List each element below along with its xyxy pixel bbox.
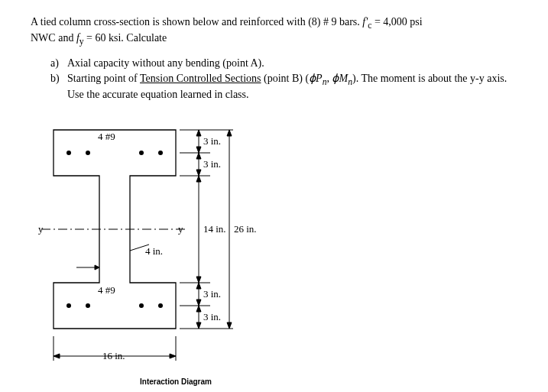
top-rebar-label: 4 #9 [98,131,115,142]
svg-marker-15 [170,354,176,358]
svg-point-2 [139,151,144,155]
dim-3in-3: 3 in. [203,288,221,300]
part-b-text: Starting point of Tension Controlled Sec… [67,72,517,102]
dim-26in: 26 in. [234,223,257,235]
part-b: b) Starting point of Tension Controlled … [50,72,517,102]
web-arrow [76,265,99,270]
svg-point-6 [139,303,144,308]
diagram-svg: 4 #9 4 #9 y y 4 in. 16 in. 3 in. 3 in. 1… [38,115,268,374]
svg-point-7 [158,303,163,308]
svg-marker-29 [196,283,201,289]
y-axis-label-right: y [178,223,183,235]
svg-marker-14 [54,354,60,358]
cross-section-diagram: 4 #9 4 #9 y y 4 in. 16 in. 3 in. 3 in. 1… [38,115,268,390]
svg-point-3 [158,151,163,155]
sub-questions: a) Axial capacity without any bending (p… [50,57,517,102]
svg-marker-34 [227,130,232,136]
dim-3in-4: 3 in. [203,311,221,322]
svg-point-1 [86,151,90,155]
svg-point-0 [66,151,71,155]
svg-marker-25 [196,153,201,159]
problem-line2: NWC and [31,32,76,44]
svg-marker-35 [227,322,232,329]
part-b-marker: b) [50,72,67,102]
dim-3in-1: 3 in. [203,135,221,147]
part-a-marker: a) [50,57,67,71]
problem-line1: A tied column cross-section is shown bel… [31,16,362,28]
problem-statement: A tied column cross-section is shown bel… [31,15,517,47]
tension-controlled-link: Tension Controlled Sections [140,73,261,84]
fc-eq: = 4,000 psi [371,16,422,28]
svg-point-4 [66,303,71,308]
web-width-label: 4 in. [145,245,163,257]
y-axis-label-left: y [38,223,44,235]
total-width-label: 16 in. [102,350,125,361]
bottom-rebar-label: 4 #9 [98,284,115,296]
svg-point-5 [86,303,90,308]
bottom-rebar-dots [66,303,163,308]
svg-marker-10 [95,265,99,270]
svg-marker-31 [196,306,201,312]
top-rebar-dots [66,151,163,155]
fy-eq: = 60 ksi. Calculate [84,32,167,44]
svg-marker-32 [196,322,201,329]
svg-marker-27 [196,176,201,182]
dim-14in: 14 in. [203,223,226,235]
diagram-caption: Interaction Diagram [84,377,268,386]
part-a: a) Axial capacity without any bending (p… [50,57,517,71]
dim-3in-2: 3 in. [203,158,221,170]
part-a-text: Axial capacity without any bending (poin… [67,57,517,71]
svg-marker-23 [196,130,201,136]
